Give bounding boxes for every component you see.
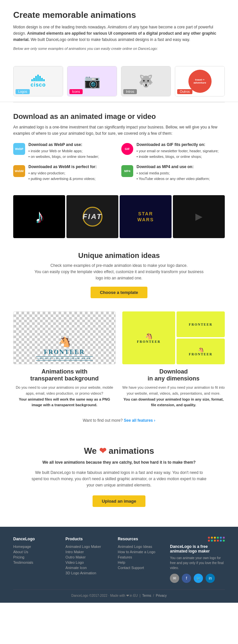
webm-text: Downloaded as WebM is perfect for: • any… xyxy=(28,164,97,182)
fronteer-yellow-3: FRONTEER xyxy=(189,352,213,356)
fiat-thumb: FIAT xyxy=(66,195,118,238)
footer-link-contact[interactable]: Contact Support xyxy=(118,566,163,570)
download-item-webm: WebM Downloaded as WebM is perfect for: … xyxy=(13,164,117,182)
transparent-feature: 🐴 FRONTEER UPDATE YOUR SLOGAN HERE Anima… xyxy=(13,311,116,408)
logo-previews: cisco Logos 📷 Icons 🐺 Intros travel +adv… xyxy=(0,61,238,102)
dimensions-p2-bold: You can download your animated logo in a… xyxy=(124,397,224,407)
yellow-card-3: 🐴 FRONTEER xyxy=(177,339,225,364)
webm-badge: WebM xyxy=(13,165,25,177)
hero-section: Create memorable animations Motion desig… xyxy=(0,0,238,61)
transparent-p2: Your animated files will work the same w… xyxy=(13,397,116,408)
instagram-icon: 📷 xyxy=(84,74,100,89)
twitter-icon[interactable]: 🐦 xyxy=(194,574,203,583)
cisco-text: cisco xyxy=(31,82,46,88)
download-intro: An animated logo is a one-time investmen… xyxy=(13,124,225,137)
footer-link-about[interactable]: About Us xyxy=(13,550,59,554)
transparent-p1: Do you need to use your animations on yo… xyxy=(13,385,116,396)
cisco-logo: cisco xyxy=(31,75,46,88)
dot-3 xyxy=(214,537,216,539)
dot-6 xyxy=(223,537,225,539)
hero-title: Create memorable animations xyxy=(13,10,225,20)
fronteer-card-1: 🐴 FRONTEER xyxy=(137,333,161,343)
love-title: We ❤ animations xyxy=(13,446,225,456)
download-item-gif: GIF Downloaded as GIF fits perfectly on:… xyxy=(121,142,225,160)
download-item-webp: WebP Download as WebP and use: • inside … xyxy=(13,142,117,160)
love-subtitle: We all love animations because they are … xyxy=(30,459,208,466)
bar5 xyxy=(39,76,41,81)
starwars-text: STARWARS xyxy=(138,211,154,223)
fronteer-yellow-2: FRONTEER xyxy=(189,323,213,326)
logo-card-logos: cisco Logos xyxy=(13,66,63,96)
footer-link-video-logo[interactable]: Video Logo xyxy=(65,560,111,564)
footer-heading-dancelogo: DanceLogo xyxy=(13,537,59,541)
fronteer-transparent: 🐴 FRONTEER UPDATE YOUR SLOGAN HERE xyxy=(33,333,96,364)
svg-text:♪: ♪ xyxy=(36,208,45,227)
gif-badge: GIF xyxy=(121,143,133,155)
see-all-link[interactable]: See all features › xyxy=(124,418,155,423)
tiktok-thumb: ♪ ♪ ♪ xyxy=(13,195,65,238)
fronteer-card-2: FRONTEER xyxy=(189,323,213,326)
gif-text: Downloaded as GIF fits perfectly on: • y… xyxy=(137,142,218,160)
download-section: Download as an animated image or video A… xyxy=(0,102,238,195)
yellow-card-2: FRONTEER xyxy=(177,311,225,337)
wolf-icon: 🐺 xyxy=(139,74,153,88)
footer-heading-resources: Resources xyxy=(118,537,163,541)
cisco-bars xyxy=(31,75,45,81)
footer-link-intro-maker[interactable]: Intro Maker xyxy=(65,550,111,554)
dimensions-feature: 🐴 FRONTEER FRONTEER 🐴 FRONTEER Do xyxy=(122,311,225,408)
download-grid: WebP Download as WebP and use: • inside … xyxy=(13,142,225,182)
yellow-card-1: 🐴 FRONTEER xyxy=(122,311,175,364)
footer-social-icons: ✉ f 🐦 in xyxy=(170,574,225,583)
mp4-points: • social media posts;• YouTube videos or… xyxy=(137,170,210,182)
footer-dots-logo xyxy=(170,537,225,542)
footer-link-animate-icon[interactable]: Animate Icon xyxy=(65,566,111,570)
fiat-circle: FIAT xyxy=(83,207,102,227)
webp-points: • inside your Web or Mobile apps;• on we… xyxy=(28,148,99,160)
footer-link-3d-logo[interactable]: 3D Logo Animation xyxy=(65,571,111,575)
webp-title: Download as WebP and use: xyxy=(28,142,99,147)
fronteer-subtitle: UPDATE YOUR SLOGAN HERE xyxy=(36,356,93,361)
footer-copyright: ©2017-2022 · Made with ❤ in EU xyxy=(89,594,138,597)
dot-8 xyxy=(211,540,213,542)
tiktok-svg: ♪ ♪ ♪ xyxy=(29,205,49,228)
footer-privacy-link[interactable]: Privacy xyxy=(156,594,167,597)
video-grid: ♪ ♪ ♪ FIAT STARWARS ▶ xyxy=(0,195,238,245)
logo-card-intros: 🐺 Intros xyxy=(121,66,171,96)
transparent-p2-bold: Your animated files will work the same w… xyxy=(19,397,110,407)
gif-points: • your email or newsletter footer, heade… xyxy=(137,148,218,160)
starwars-thumb: STARWARS xyxy=(120,195,172,238)
linkedin-icon[interactable]: in xyxy=(206,574,215,583)
footer-link-animated-logo[interactable]: Animated Logo Maker xyxy=(65,545,111,549)
horse-icon-3: 🐴 xyxy=(189,347,213,352)
dot-4 xyxy=(217,537,219,539)
choose-template-button[interactable]: Choose a template xyxy=(91,287,147,298)
dots-grid xyxy=(208,537,225,542)
footer-terms-link[interactable]: Terms xyxy=(142,594,151,597)
bar3 xyxy=(35,76,37,81)
footer-link-features[interactable]: Features xyxy=(118,555,163,559)
webp-badge: WebP xyxy=(13,143,25,155)
dimensions-title: Downloadin any dimensions xyxy=(122,368,225,382)
travel-text: travel +adventure xyxy=(193,78,206,85)
footer-link-how-to[interactable]: How to Animate a Logo xyxy=(118,550,163,554)
yellow-cards-col: FRONTEER 🐴 FRONTEER xyxy=(177,311,225,364)
love-title-start: We xyxy=(84,446,99,456)
hero-paragraph: Motion design is one of the leading tren… xyxy=(13,24,225,43)
fiat-logo-container: FIAT xyxy=(83,207,102,227)
black-thumb: ▶ xyxy=(173,195,225,238)
transparent-title: Animations withtransparent background xyxy=(13,368,116,382)
footer-link-pricing[interactable]: Pricing xyxy=(13,555,59,559)
footer-link-animated-ideas[interactable]: Animated Logo Ideas xyxy=(118,545,163,549)
footer-link-help[interactable]: Help xyxy=(118,560,163,564)
mp4-badge: MP4 xyxy=(121,165,133,177)
see-all-text: Want to find out more? xyxy=(83,418,124,423)
upload-image-button[interactable]: Upload an image xyxy=(93,495,145,507)
email-icon[interactable]: ✉ xyxy=(170,574,179,583)
fronteer-card-3: 🐴 FRONTEER xyxy=(189,347,213,356)
footer-brand-name: DanceLogo is a free animated logo maker xyxy=(170,544,225,554)
footer-link-testimonials[interactable]: Testimonials xyxy=(13,560,59,564)
footer-link-outro-maker[interactable]: Outro Maker xyxy=(65,555,111,559)
footer-link-homepage[interactable]: Homepage xyxy=(13,545,59,549)
footer-grid: DanceLogo Homepage About Us Pricing Test… xyxy=(13,537,225,583)
facebook-icon[interactable]: f xyxy=(182,574,191,583)
